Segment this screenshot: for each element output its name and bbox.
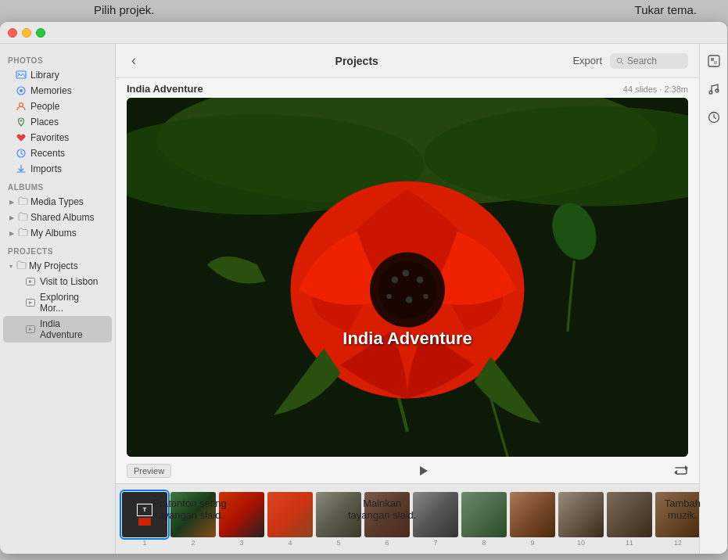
music-button[interactable]	[703, 78, 725, 100]
svg-point-26	[406, 296, 413, 303]
duration-button[interactable]	[703, 106, 725, 128]
sidebar-item-memories[interactable]: Memories	[3, 83, 112, 99]
thumb-num-10: 10	[558, 539, 604, 547]
sidebar-item-favorites[interactable]: Favorites	[3, 130, 112, 145]
search-icon	[616, 56, 624, 66]
svg-point-36	[709, 91, 712, 94]
svg-point-13	[617, 58, 622, 63]
preview-button[interactable]: Preview	[127, 464, 171, 478]
chevron-right-icon-2: ▶	[9, 214, 14, 221]
titlebar	[0, 22, 727, 44]
imports-label: Imports	[30, 163, 62, 174]
thumb-num-12: 12	[655, 539, 699, 547]
annotation-change-theme: Tukar tema.	[635, 3, 697, 16]
thumbnail-10[interactable]: 10	[558, 492, 604, 547]
thumbnail-8[interactable]: 8	[461, 492, 507, 547]
exploring-label: Exploring Mor...	[40, 292, 104, 314]
sidebar-item-exploring[interactable]: Exploring Mor...	[3, 289, 112, 316]
imports-icon	[16, 163, 27, 174]
theme-button[interactable]	[703, 50, 725, 72]
folder-icon-shared	[18, 212, 28, 223]
app-window: Photos Library Memories People	[0, 22, 727, 554]
close-button[interactable]	[8, 28, 17, 38]
thumbnail-7[interactable]: 7	[413, 492, 458, 547]
sidebar-item-imports[interactable]: Imports	[3, 161, 112, 177]
minimize-button[interactable]	[22, 28, 31, 38]
svg-point-24	[417, 276, 424, 283]
thumb-num-7: 7	[413, 539, 458, 547]
sidebar-item-library[interactable]: Library	[3, 67, 112, 83]
svg-point-37	[715, 89, 719, 92]
sidebar-group-media-types[interactable]: ▶ Media Types	[3, 194, 112, 210]
svg-point-27	[386, 294, 391, 299]
projects-toolbar: ‹ Projects Export	[116, 44, 699, 78]
thumbnail-4[interactable]: 4	[267, 492, 313, 547]
thumbnail-9[interactable]: 9	[510, 492, 555, 547]
sidebar-group-my-projects[interactable]: ▾ My Projects	[3, 258, 112, 274]
people-icon	[16, 101, 27, 112]
chevron-right-icon: ▶	[9, 199, 14, 206]
slideshow-icon-lisbon	[25, 276, 36, 287]
maximize-button[interactable]	[36, 28, 45, 38]
slideshow-area: India Adventure 44 slides · 2:38m	[116, 78, 699, 554]
people-label: People	[30, 101, 59, 112]
right-sidebar	[699, 44, 727, 554]
svg-point-4	[20, 103, 23, 107]
visit-lisbon-label: Visit to Lisbon	[40, 276, 99, 287]
memories-icon	[16, 85, 27, 96]
places-icon	[16, 117, 27, 127]
main-image-container: India Adventure	[127, 98, 688, 457]
image-title-overlay: India Adventure	[342, 328, 472, 349]
search-input[interactable]	[627, 56, 682, 66]
thumbnail-5[interactable]: 5	[316, 492, 361, 547]
sidebar-item-india-adventure[interactable]: India Adventure	[3, 316, 112, 343]
svg-point-25	[403, 270, 410, 277]
svg-marker-8	[29, 280, 32, 283]
my-projects-label: My Projects	[29, 260, 78, 271]
thumb-num-2: 2	[170, 539, 216, 547]
export-button[interactable]: Export	[572, 55, 602, 66]
media-types-label: Media Types	[30, 196, 84, 207]
traffic-lights	[8, 28, 45, 38]
thumb-num-9: 9	[510, 539, 555, 547]
sidebar-group-my-albums[interactable]: ▶ My Albums	[3, 225, 112, 241]
thumbnail-1[interactable]: T 1	[122, 492, 167, 547]
toolbar-title: Projects	[149, 55, 565, 67]
thumbnail-strip: T 1 2 3	[116, 483, 699, 554]
favorites-icon	[16, 132, 27, 143]
thumbnail-11[interactable]: 11	[607, 492, 652, 547]
svg-point-23	[392, 276, 399, 283]
svg-rect-35	[714, 61, 717, 64]
places-label: Places	[30, 117, 59, 127]
thumbnail-12[interactable]: 12	[655, 492, 699, 547]
sidebar-item-places[interactable]: Places	[3, 114, 112, 130]
chevron-down-icon: ▾	[9, 263, 13, 270]
sidebar-group-shared-albums[interactable]: ▶ Shared Albums	[3, 210, 112, 225]
search-box[interactable]	[610, 53, 688, 69]
thumb-num-3: 3	[219, 539, 264, 547]
photos-section-label: Photos	[0, 50, 115, 67]
svg-marker-12	[29, 328, 32, 331]
svg-rect-0	[16, 71, 26, 78]
recents-label: Recents	[30, 148, 65, 159]
chevron-right-icon-3: ▶	[9, 230, 14, 237]
sidebar-item-people[interactable]: People	[3, 99, 112, 114]
library-label: Library	[30, 70, 59, 81]
sidebar-item-recents[interactable]: Recents	[3, 145, 112, 161]
back-button[interactable]: ‹	[127, 51, 141, 70]
sidebar-item-visit-lisbon[interactable]: Visit to Lisbon	[3, 274, 112, 289]
content-area: ‹ Projects Export India Adventure 44 sli…	[116, 44, 699, 554]
annotation-pick-project: Pilih projek.	[94, 3, 155, 16]
thumbnail-3[interactable]: 3	[219, 492, 264, 547]
recents-icon	[16, 148, 27, 159]
bottom-controls: Preview	[116, 457, 699, 483]
thumbnail-6[interactable]: 6	[364, 492, 410, 547]
thumb-num-5: 5	[316, 539, 361, 547]
loop-button[interactable]	[674, 465, 688, 478]
my-albums-label: My Albums	[30, 228, 77, 239]
slideshow-header: India Adventure 44 slides · 2:38m	[116, 78, 699, 98]
play-button[interactable]	[414, 461, 432, 480]
thumbnail-2[interactable]: 2	[170, 492, 216, 547]
svg-point-3	[20, 89, 23, 92]
svg-rect-34	[711, 58, 714, 61]
